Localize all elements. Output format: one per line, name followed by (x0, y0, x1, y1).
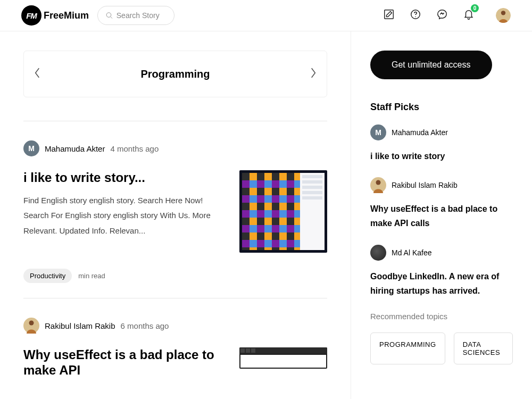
story-timestamp: 6 months ago (121, 321, 169, 330)
notifications-button[interactable]: 0 (463, 9, 475, 22)
svg-line-1 (111, 16, 112, 18)
staff-pick[interactable]: Rakibul Islam Rakib Why useEffect is a b… (370, 177, 513, 230)
pick-avatar (370, 245, 386, 261)
svg-rect-2 (385, 10, 394, 19)
staff-picks-heading: Staff Picks (370, 102, 513, 113)
story-tag[interactable]: Productivity (23, 269, 72, 283)
story-head: M Mahamuda Akter 4 months ago (23, 140, 327, 156)
pick-avatar (370, 177, 386, 193)
author-name[interactable]: Rakibul Islam Rakib (45, 321, 115, 330)
story-thumbnail[interactable] (239, 170, 327, 253)
story-title: Why useEffect is a bad place to make API (23, 347, 229, 378)
search-box[interactable] (97, 6, 174, 25)
divider (23, 298, 327, 298)
category-bar: Programming (23, 51, 327, 97)
pick-title: Goodbye LinkedIn. A new era of hiring st… (370, 269, 513, 298)
staff-pick[interactable]: Md Al Kafee Goodbye LinkedIn. A new era … (370, 245, 513, 298)
story-card: M Mahamuda Akter 4 months ago i like to … (23, 140, 327, 283)
sidebar: Get unlimited access Staff Picks M Maham… (351, 31, 532, 399)
svg-point-8 (29, 321, 34, 326)
pick-title: Why useEffect is a bad place to make API… (370, 202, 513, 230)
person-icon (496, 8, 511, 23)
author-name[interactable]: Mahamuda Akter (45, 144, 105, 153)
profile-avatar[interactable] (496, 8, 511, 23)
search-input[interactable] (117, 11, 167, 20)
category-title: Programming (140, 68, 210, 80)
svg-point-6 (501, 11, 505, 15)
logo[interactable]: FM FreeMium (21, 5, 89, 26)
story-card: Rakibul Islam Rakib 6 months ago Why use… (23, 318, 327, 386)
help-button[interactable] (410, 9, 421, 22)
pick-author: Mahamuda Akter (392, 128, 448, 137)
search-icon (105, 11, 113, 20)
person-icon (370, 177, 386, 193)
topic-row: PROGRAMMING DATA SCIENCES (370, 332, 513, 364)
svg-point-4 (415, 16, 415, 17)
story-body: i like to write story... Find English st… (23, 170, 327, 253)
notification-badge: 0 (471, 4, 479, 12)
feed-column: Programming M Mahamuda Akter 4 months ag… (0, 31, 351, 399)
person-icon (23, 318, 39, 334)
pick-author: Rakibul Islam Rakib (392, 181, 458, 189)
story-body: Why useEffect is a bad place to make API (23, 347, 327, 386)
author-avatar[interactable]: M (23, 140, 39, 156)
topic-chip[interactable]: PROGRAMMING (370, 332, 445, 364)
story-readtime: min read (78, 272, 105, 280)
pick-author: Md Al Kafee (392, 248, 432, 257)
story-footer: Productivity min read (23, 269, 327, 283)
story-text[interactable]: Why useEffect is a bad place to make API (23, 347, 229, 386)
unlimited-access-button[interactable]: Get unlimited access (370, 51, 492, 79)
divider (23, 121, 327, 121)
svg-point-0 (106, 13, 111, 18)
pencil-square-icon (383, 9, 395, 20)
story-description: Find English story english story. Search… (23, 193, 229, 239)
story-title: i like to write story... (23, 170, 229, 186)
story-text[interactable]: i like to write story... Find English st… (23, 170, 229, 238)
messages-button[interactable] (436, 9, 448, 22)
topic-chip[interactable]: DATA SCIENCES (454, 332, 513, 364)
story-thumbnail[interactable] (239, 347, 327, 369)
story-timestamp: 4 months ago (110, 144, 159, 153)
next-category[interactable] (310, 67, 317, 81)
site-header: FM FreeMium 0 (0, 0, 532, 31)
recommended-topics-heading: Recommended topics (370, 312, 513, 321)
logo-mark: FM (21, 5, 41, 26)
chevron-left-icon (34, 67, 41, 79)
write-button[interactable] (383, 9, 395, 22)
logo-text: FreeMium (44, 10, 89, 21)
messenger-icon (436, 9, 448, 20)
chevron-right-icon (310, 67, 317, 79)
pick-avatar: M (370, 124, 386, 140)
pick-title: i like to write story (370, 149, 513, 163)
help-icon (410, 9, 421, 20)
story-head: Rakibul Islam Rakib 6 months ago (23, 318, 327, 334)
header-actions: 0 (383, 8, 511, 23)
svg-point-10 (376, 180, 381, 185)
staff-pick[interactable]: M Mahamuda Akter i like to write story (370, 124, 513, 163)
prev-category[interactable] (34, 67, 41, 81)
main-layout: Programming M Mahamuda Akter 4 months ag… (0, 31, 532, 399)
author-avatar[interactable] (23, 318, 39, 334)
